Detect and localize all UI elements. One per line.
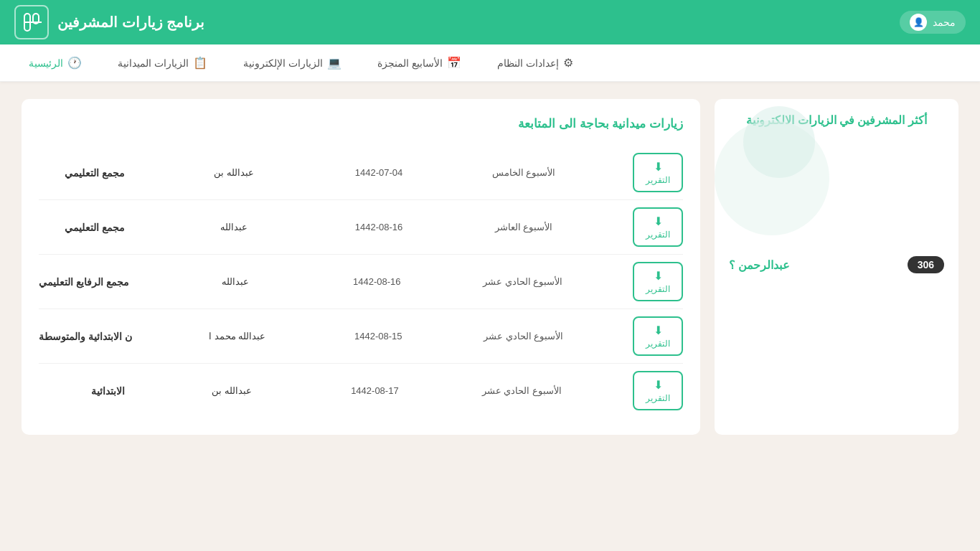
visit-supervisor: عبدالله	[198, 222, 270, 232]
top-supervisor-card: 306 عبدالرحمن ؟	[729, 256, 944, 273]
download-icon: ⬇	[654, 324, 663, 337]
supervisor-count: 306	[908, 256, 944, 273]
top-supervisors-panel: أكثر المشرفين في الزيارات الالكترونية 30…	[715, 99, 958, 435]
clipboard-icon: 📋	[193, 56, 207, 70]
visit-date: 1442-08-15	[342, 331, 414, 342]
nav-completed-weeks[interactable]: 📅 الأسابيع المنجزة	[377, 56, 461, 70]
home-icon: 🕐	[67, 56, 82, 70]
nav-system-settings[interactable]: ⚙ إعدادات النظام	[497, 56, 573, 70]
monitor-icon: 💻	[327, 56, 341, 70]
visit-supervisor: عبدالله بن	[198, 167, 270, 178]
header: محمد 👤 برنامج زيارات المشرفين	[0, 0, 980, 44]
visit-supervisor: عبدالله بن	[196, 385, 268, 396]
visit-supervisor: عبدالله محمد ا	[202, 331, 273, 342]
nav-field-visits[interactable]: 📋 الزيارات الميدانية	[118, 56, 207, 70]
visit-date: 1442-08-17	[339, 385, 410, 396]
visit-school: ن الابتدائية والمتوسطة	[39, 331, 132, 342]
report-button[interactable]: ⬇ التقرير	[633, 262, 683, 301]
visit-week: الأسبوع العاشر	[488, 222, 560, 232]
visit-week: الأسبوع الحادي عشر	[482, 385, 562, 396]
field-visits-title: زيارات ميدانية بحاجة الى المتابعة	[39, 116, 683, 131]
visit-school: مجمع التعليمي	[39, 167, 125, 179]
visit-school: مجمع الرفايع التعليمي	[39, 276, 129, 288]
download-icon: ⬇	[654, 215, 663, 228]
download-icon: ⬇	[654, 269, 663, 283]
app-logo-icon	[14, 5, 49, 39]
header-logo: برنامج زيارات المشرفين	[14, 5, 204, 39]
user-info[interactable]: محمد 👤	[900, 11, 966, 34]
visit-school: مجمع التعليمي	[39, 222, 125, 233]
user-name: محمد	[933, 17, 956, 28]
field-visits-panel: زيارات ميدانية بحاجة الى المتابعة ⬇ التق…	[22, 99, 700, 435]
visit-date: 1442-08-16	[343, 222, 415, 232]
table-row: ⬇ التقرير الأسبوع الحادي عشر 1442-08-15 …	[39, 309, 683, 364]
decorative-circle-2	[743, 106, 815, 178]
table-row: ⬇ التقرير الأسبوع الخامس 1442-07-04 عبدا…	[39, 146, 683, 200]
visit-week: الأسبوع الحادي عشر	[484, 331, 563, 342]
visit-date: 1442-07-04	[343, 167, 415, 178]
settings-icon: ⚙	[563, 56, 573, 70]
app-title: برنامج زيارات المشرفين	[57, 14, 204, 31]
table-row: ⬇ التقرير الأسبوع العاشر 1442-08-16 عبدا…	[39, 200, 683, 255]
user-avatar: 👤	[910, 14, 927, 31]
visit-date: 1442-08-16	[341, 276, 413, 287]
report-button[interactable]: ⬇ التقرير	[633, 207, 683, 247]
nav-electronic-visits[interactable]: 💻 الزيارات الإلكترونية	[243, 56, 341, 70]
main-content: أكثر المشرفين في الزيارات الالكترونية 30…	[0, 82, 980, 452]
report-button[interactable]: ⬇ التقرير	[633, 153, 683, 192]
visit-week: الأسبوع الحادي عشر	[483, 276, 562, 287]
report-button[interactable]: ⬇ التقرير	[633, 316, 683, 356]
nav-home[interactable]: 🕐 الرئيسية	[29, 56, 82, 70]
table-row: ⬇ التقرير الأسبوع الحادي عشر 1442-08-16 …	[39, 255, 683, 309]
calendar-icon: 📅	[447, 56, 461, 70]
visit-week: الأسبوع الخامس	[488, 167, 560, 178]
report-button[interactable]: ⬇ التقرير	[633, 371, 683, 410]
visit-school: الابتدائية	[39, 385, 125, 397]
main-nav: ⚙ إعدادات النظام 📅 الأسابيع المنجزة 💻 ال…	[0, 44, 980, 82]
supervisor-name: عبدالرحمن ؟	[729, 258, 790, 272]
download-icon: ⬇	[654, 160, 663, 174]
table-row: ⬇ التقرير الأسبوع الحادي عشر 1442-08-17 …	[39, 364, 683, 418]
visit-supervisor: عبدالله	[199, 276, 271, 287]
download-icon: ⬇	[654, 378, 663, 392]
